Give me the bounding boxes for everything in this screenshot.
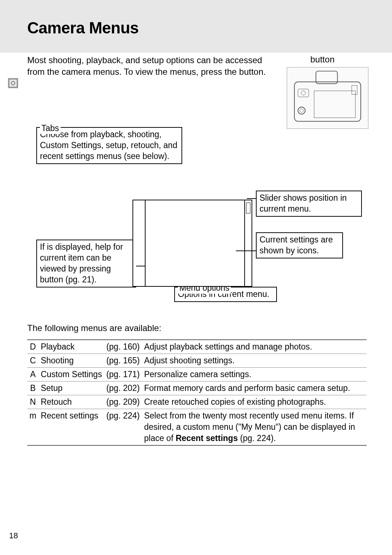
menu-icon: A (27, 368, 38, 381)
menu-name: Retouch (38, 395, 104, 409)
scrollbar-thumb (246, 203, 250, 213)
svg-point-5 (301, 91, 306, 95)
connector-line (247, 198, 256, 199)
menu-page: (pg. 209) (104, 395, 142, 409)
svg-rect-0 (9, 79, 17, 87)
camera-button-caption: button (310, 54, 335, 65)
menu-page: (pg. 160) (104, 340, 142, 354)
svg-rect-9 (352, 85, 357, 94)
menu-screen-illustration (132, 200, 252, 287)
table-row: ACustom Settings(pg. 171)Personalize cam… (27, 368, 367, 381)
callout-settings: Current settings are shown by icons. (256, 232, 343, 258)
menu-name: Setup (38, 381, 104, 395)
menu-page: (pg. 224) (104, 409, 142, 446)
menu-page: (pg. 171) (104, 368, 142, 381)
callout-tabs-text: Choose from playback, shooting, Custom S… (40, 129, 179, 162)
callout-menu-options: Menu options Options in current menu. (174, 287, 277, 302)
table-row: NRetouch(pg. 209)Create retouched copies… (27, 395, 367, 409)
table-row: mRecent settings(pg. 224)Select from the… (27, 409, 367, 446)
callout-help: If is displayed, help for current item c… (36, 240, 136, 287)
svg-rect-4 (298, 89, 309, 97)
intro-paragraph: Most shooting, playback, and setup optio… (27, 54, 276, 78)
menu-page: (pg. 202) (104, 381, 142, 395)
menu-icon: C (27, 354, 38, 368)
following-menus-text: The following menus are available: (27, 323, 162, 333)
svg-rect-6 (314, 91, 355, 118)
menu-icon: m (27, 409, 38, 446)
menu-desc: Format memory cards and perform basic ca… (142, 381, 367, 395)
menu-name: Shooting (38, 354, 104, 368)
svg-point-8 (300, 109, 303, 113)
table-row: CShooting(pg. 165)Adjust shooting settin… (27, 354, 367, 368)
svg-point-1 (11, 81, 15, 85)
menu-icon: B (27, 381, 38, 395)
menu-page: (pg. 165) (104, 354, 142, 368)
callout-tabs-label: Tabs (40, 123, 61, 134)
svg-rect-2 (294, 82, 361, 122)
callout-slider: Slider shows position in current menu. (256, 191, 362, 217)
menu-desc: Create retouched copies of existing phot… (142, 395, 367, 409)
menu-name: Custom Settings (38, 368, 104, 381)
page-number: 18 (9, 531, 18, 540)
menu-name: Playback (38, 340, 104, 354)
side-tab-icon (8, 78, 18, 88)
menu-desc: Adjust shooting settings. (142, 354, 367, 368)
callout-tabs: Tabs Choose from playback, shooting, Cus… (36, 127, 182, 164)
table-row: BSetup(pg. 202)Format memory cards and p… (27, 381, 367, 395)
menu-desc: Personalize camera settings. (142, 368, 367, 381)
menu-tab-column (133, 200, 146, 286)
menu-name: Recent settings (38, 409, 104, 446)
svg-point-7 (298, 107, 305, 114)
table-row: DPlayback(pg. 160)Adjust playback settin… (27, 340, 367, 354)
menu-desc: Adjust playback settings and manage phot… (142, 340, 367, 354)
camera-illustration (287, 67, 368, 129)
connector-line (236, 250, 256, 251)
page-title: Camera Menus (27, 19, 139, 37)
menu-icon: N (27, 395, 38, 409)
menu-desc: Select from the twenty most recently use… (142, 409, 367, 446)
menu-icon: D (27, 340, 38, 354)
menu-table: DPlayback(pg. 160)Adjust playback settin… (27, 339, 367, 446)
menu-scrollbar (244, 200, 252, 286)
menu-diagram: Tabs Choose from playback, shooting, Cus… (36, 127, 363, 309)
connector-line (136, 266, 145, 266)
